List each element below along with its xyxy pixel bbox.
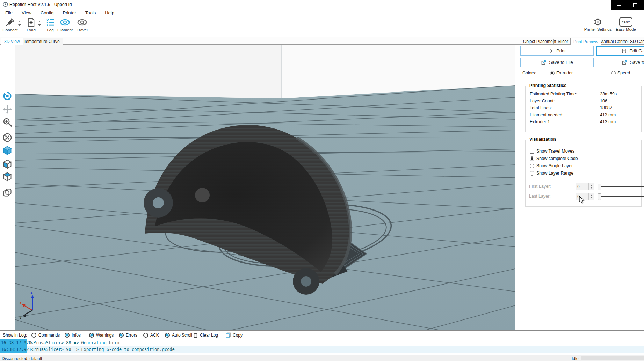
menu-view[interactable]: View	[22, 10, 31, 15]
connect-dropdown-dot	[19, 21, 20, 22]
show-single-layer-radio[interactable]	[530, 164, 534, 168]
tab-separator	[553, 39, 554, 44]
load-button[interactable]: Load	[24, 17, 38, 32]
save-for-sd-button[interactable]: Save for SD	[596, 58, 644, 67]
log-output[interactable]: 16:38:17.920 <PrusaSlicer> 88 => Generat…	[0, 339, 644, 353]
last-layer-slider-track[interactable]	[599, 196, 644, 197]
progress-bar	[581, 356, 644, 360]
show-complete-code-label[interactable]: Show complete Code	[536, 156, 578, 161]
log-commands-label[interactable]: Commands	[38, 333, 60, 338]
stat-value: 413 mm	[600, 119, 616, 124]
rotate-view-tool[interactable]	[2, 91, 12, 101]
tab-temperature-curve[interactable]: Temperature Curve	[20, 38, 63, 45]
tab-3d-view[interactable]: 3D View	[1, 38, 23, 45]
fit-view-tool[interactable]	[2, 133, 12, 142]
colors-speed-radio[interactable]	[611, 71, 616, 75]
save-for-sd-label: Save for SD	[630, 60, 644, 65]
mouse-cursor	[579, 196, 585, 204]
show-single-layer-label[interactable]: Show Single Layer	[536, 163, 573, 168]
menu-printer[interactable]: Printer	[63, 10, 76, 15]
log-ack-toggle[interactable]	[143, 333, 148, 338]
log-errors-toggle[interactable]	[119, 333, 124, 338]
titlebar: Repetier-Host V2.1.6 - UpperLid	[0, 0, 644, 9]
last-layer-slider-thumb[interactable]	[598, 193, 601, 200]
easy-mode-label: Easy Mode	[616, 27, 636, 31]
log-infos-label[interactable]: Infos	[72, 333, 81, 338]
visualization-title: Visualization	[528, 137, 558, 142]
load-dropdown-dot	[39, 21, 40, 22]
connect-button[interactable]: Connect	[2, 17, 18, 32]
zoom-tool[interactable]	[2, 117, 12, 127]
log-autoscroll-label[interactable]: Auto Scroll	[172, 333, 192, 338]
last-layer-spinner[interactable]: 0 ▲▼	[576, 193, 594, 200]
save-to-file-label: Save to File	[549, 60, 573, 65]
front-view-tool[interactable]	[2, 159, 12, 169]
tab-sd-card[interactable]: SD Card	[627, 38, 644, 45]
viewport-3d[interactable]: z x y	[15, 45, 515, 330]
parallel-projection-tool[interactable]	[2, 188, 12, 198]
menu-config[interactable]: Config	[41, 10, 54, 15]
menu-help[interactable]: Help	[105, 10, 114, 15]
log-warnings-toggle[interactable]	[89, 333, 94, 338]
colors-label: Colors:	[522, 71, 536, 75]
filament-eye-icon	[60, 17, 70, 27]
colors-speed-label[interactable]: Speed	[617, 71, 630, 75]
trash-icon[interactable]	[193, 332, 198, 338]
show-travel-moves-checkbox[interactable]	[530, 149, 534, 154]
print-button[interactable]: Print	[520, 46, 594, 56]
first-layer-slider-thumb[interactable]	[598, 184, 601, 190]
isometric-view-tool[interactable]	[2, 146, 12, 155]
last-layer-label: Last Layer:	[529, 194, 551, 199]
edit-gcode-button[interactable]: Edit G-Code	[596, 46, 644, 56]
stat-value: 18087	[600, 105, 612, 110]
tab-print-preview[interactable]: Print Preview	[570, 38, 601, 45]
menu-tools[interactable]: Tools	[85, 10, 96, 15]
colors-extruder-label[interactable]: Extruder	[556, 71, 573, 75]
log-infos-toggle[interactable]	[65, 333, 70, 338]
export-icon	[622, 60, 627, 65]
easy-mode-button[interactable]: EASY Easy Mode	[615, 17, 636, 31]
repetier-host-window: Repetier-Host V2.1.6 - UpperLid File Vie…	[0, 0, 644, 361]
printer-settings-button[interactable]: Printer Settings	[583, 17, 613, 31]
spinner-arrows[interactable]: ▲▼	[588, 183, 594, 190]
menu-file[interactable]: File	[5, 10, 13, 15]
copy-icon[interactable]	[225, 332, 231, 338]
log-errors-label[interactable]: Errors	[126, 333, 137, 338]
log-line: 16:38:17.920 <PrusaSlicer> 88 => Generat…	[0, 339, 644, 346]
move-view-tool[interactable]	[2, 104, 12, 114]
edit-gcode-icon	[622, 48, 627, 53]
save-to-file-button[interactable]: Save to File	[520, 58, 594, 67]
colors-extruder-radio[interactable]	[550, 71, 555, 75]
stat-label: Layer Count:	[530, 98, 555, 103]
show-complete-code-radio[interactable]	[530, 156, 534, 161]
spinner-arrows[interactable]: ▲▼	[588, 193, 594, 200]
filament-toggle-button[interactable]: Filament	[56, 17, 74, 32]
log-warnings-label[interactable]: Warnings	[96, 333, 114, 338]
axis-y-label: y	[19, 315, 22, 320]
travel-eye-icon	[77, 17, 87, 27]
clear-log-button[interactable]: Clear Log	[200, 333, 218, 338]
show-travel-moves-label[interactable]: Show Travel Moves	[536, 149, 574, 154]
tab-slicer[interactable]: Slicer	[555, 38, 571, 45]
top-view-tool[interactable]	[2, 172, 12, 182]
log-label: Log	[47, 28, 53, 32]
connection-status: Disconnected: default	[2, 356, 42, 361]
first-layer-slider-track[interactable]	[599, 186, 644, 187]
connect-plug-icon	[5, 17, 15, 27]
log-toggle-button[interactable]: Log	[44, 17, 57, 32]
main-toolbar: Connect Load Log	[0, 16, 644, 36]
travel-toggle-button[interactable]: Travel	[75, 17, 89, 32]
show-layer-range-radio[interactable]	[530, 171, 534, 176]
connect-dropdown-arrow[interactable]	[18, 24, 21, 26]
copy-button[interactable]: Copy	[233, 333, 243, 338]
first-layer-spinner[interactable]: 0 ▲▼	[576, 183, 594, 190]
log-ack-label[interactable]: ACK	[150, 333, 159, 338]
toolbar-separator	[42, 19, 42, 33]
menubar: File View Config Printer Tools Help	[0, 9, 644, 16]
show-layer-range-label[interactable]: Show Layer Range	[536, 171, 573, 176]
log-commands-toggle[interactable]	[31, 333, 36, 338]
log-autoscroll-toggle[interactable]	[165, 333, 170, 338]
load-dropdown-arrow[interactable]	[38, 24, 41, 26]
window-title: Repetier-Host V2.1.6 - UpperLid	[9, 2, 72, 7]
show-in-log-label: Show in Log:	[3, 333, 27, 338]
